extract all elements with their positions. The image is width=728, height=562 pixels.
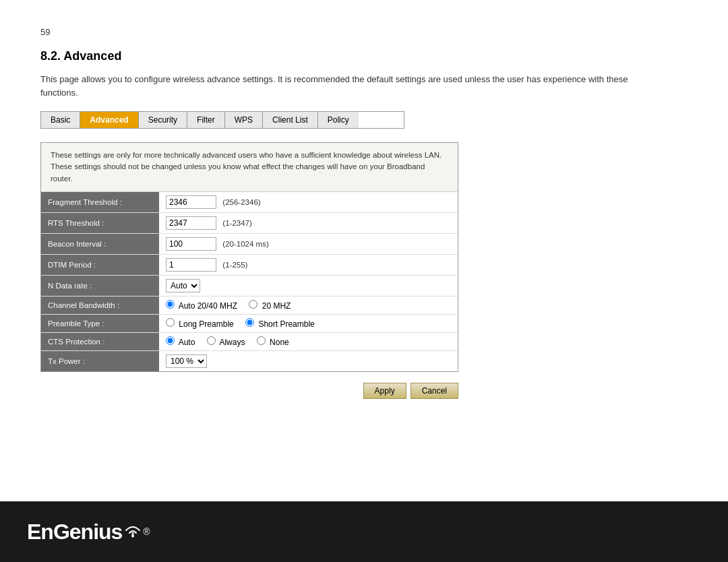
brand-logo: EnGenius ® [27,520,150,544]
row-dtim-period: DTIM Period : (1-255) [41,254,458,275]
value-n-data-rate: Auto [159,275,458,296]
section-title: 8.2. Advanced [40,49,688,63]
value-preamble-type: Long Preamble Short Preamble [159,314,458,332]
value-rts-threshold: (1-2347) [159,212,458,233]
main-content: 59 8.2. Advanced This page allows you to… [0,0,728,412]
radio-label-cts-none[interactable]: None [257,338,289,347]
hint-rts-threshold: (1-2347) [222,219,251,227]
radio-auto-20-40[interactable] [166,300,175,309]
hint-dtim-period: (1-255) [222,261,247,269]
label-n-data-rate: N Data rate : [41,275,159,296]
select-tx-power[interactable]: 100 % [166,354,207,368]
settings-panel: These settings are only for more technic… [40,142,458,372]
radio-label-20-mhz[interactable]: 20 MHZ [249,301,291,311]
radio-20-mhz[interactable] [249,300,257,309]
row-beacon-interval: Beacon Interval : (20-1024 ms) [41,233,458,254]
brand-text: EnGenius [27,520,122,544]
label-dtim-period: DTIM Period : [41,254,159,275]
svg-point-0 [131,535,134,538]
value-beacon-interval: (20-1024 ms) [159,233,458,254]
value-channel-bandwidth: Auto 20/40 MHZ 20 MHZ [159,296,458,314]
row-fragment-threshold: Fragment Threshold : (256-2346) [41,192,458,213]
radio-label-auto-20-40[interactable]: Auto 20/40 MHZ [166,301,239,311]
row-cts-protection: CTS Protection : Auto Always None [41,332,458,350]
select-n-data-rate[interactable]: Auto [166,279,200,292]
tab-navigation: Basic Advanced Security Filter WPS Clien… [40,111,404,129]
tab-policy[interactable]: Policy [318,112,359,128]
value-tx-power: 100 % [159,350,458,371]
radio-label-cts-auto[interactable]: Auto [166,338,198,347]
input-dtim-period[interactable] [166,258,216,272]
radio-cts-always[interactable] [207,336,216,345]
button-row: Apply Cancel [40,383,458,399]
row-n-data-rate: N Data rate : Auto [41,275,458,296]
value-cts-protection: Auto Always None [159,332,458,350]
radio-label-short-preamble[interactable]: Short Preamble [245,319,315,329]
apply-button[interactable]: Apply [363,383,406,399]
description: This page allows you to configure wirele… [40,73,647,99]
tab-filter[interactable]: Filter [187,112,225,128]
row-rts-threshold: RTS Threshold : (1-2347) [41,212,458,233]
radio-cts-none[interactable] [257,336,266,345]
value-dtim-period: (1-255) [159,254,458,275]
tab-security[interactable]: Security [139,112,187,128]
label-tx-power: Tx Power : [41,350,159,371]
label-beacon-interval: Beacon Interval : [41,233,159,254]
label-fragment-threshold: Fragment Threshold : [41,192,159,213]
page-number: 59 [40,27,688,37]
hint-beacon-interval: (20-1024 ms) [222,240,268,248]
row-tx-power: Tx Power : 100 % [41,350,458,371]
row-channel-bandwidth: Channel Bandwidth : Auto 20/40 MHZ 20 MH… [41,296,458,314]
tab-wps[interactable]: WPS [225,112,263,128]
value-fragment-threshold: (256-2346) [159,192,458,213]
input-rts-threshold[interactable] [166,216,216,230]
tab-client-list[interactable]: Client List [263,112,318,128]
row-preamble-type: Preamble Type : Long Preamble Short Prea… [41,314,458,332]
input-beacon-interval[interactable] [166,237,216,251]
label-cts-protection: CTS Protection : [41,332,159,350]
radio-long-preamble[interactable] [166,318,175,327]
settings-table: Fragment Threshold : (256-2346) RTS Thre… [41,192,458,371]
footer: EnGenius ® [0,501,728,562]
wifi-icon [123,521,143,538]
input-fragment-threshold[interactable] [166,195,216,209]
panel-notice: These settings are only for more technic… [41,143,458,192]
label-preamble-type: Preamble Type : [41,314,159,332]
tab-basic[interactable]: Basic [41,112,80,128]
radio-label-cts-always[interactable]: Always [207,338,247,347]
label-channel-bandwidth: Channel Bandwidth : [41,296,159,314]
radio-label-long-preamble[interactable]: Long Preamble [166,319,236,329]
hint-fragment-threshold: (256-2346) [222,198,260,206]
cancel-button[interactable]: Cancel [411,383,458,399]
registered-mark: ® [143,526,150,537]
radio-cts-auto[interactable] [166,336,175,345]
label-rts-threshold: RTS Threshold : [41,212,159,233]
radio-short-preamble[interactable] [245,318,254,327]
tab-advanced[interactable]: Advanced [80,112,138,128]
